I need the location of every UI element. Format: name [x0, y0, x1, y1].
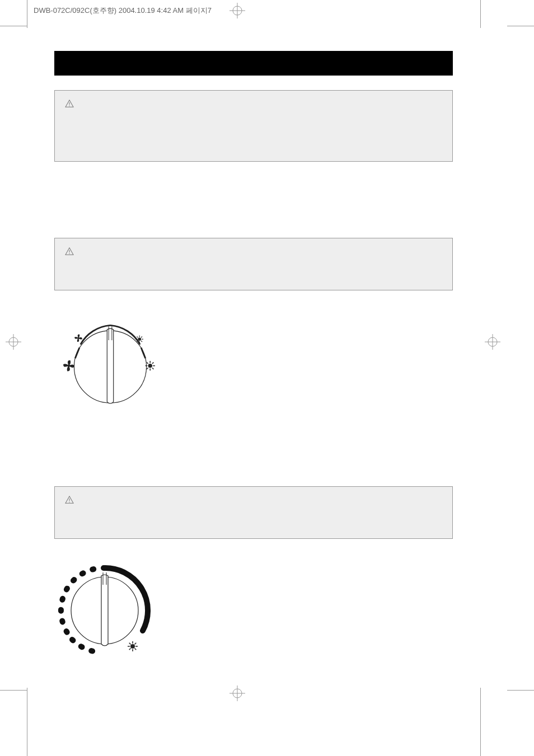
svg-line-27: [141, 341, 142, 342]
crop-mark: [507, 26, 534, 26]
caution-box: [54, 238, 453, 290]
crop-mark: [0, 26, 27, 26]
svg-point-44: [130, 644, 135, 649]
crop-mark: [480, 688, 481, 756]
svg-line-38: [152, 362, 153, 363]
fan-icon: [74, 334, 82, 342]
caution-box: [54, 90, 453, 162]
page-header-text: DWB-072C/092C(호주향) 2004.10.19 4:42 AM 페이…: [34, 6, 212, 16]
warning-triangle-icon: [65, 100, 74, 107]
crop-mark: [507, 690, 534, 691]
svg-line-26: [137, 336, 138, 337]
section-title-bar: [54, 51, 453, 76]
svg-point-15: [69, 253, 69, 254]
svg-line-49: [129, 643, 131, 645]
crop-mark: [27, 0, 27, 28]
svg-line-36: [152, 368, 153, 369]
registration-mark-icon: [229, 685, 245, 701]
svg-point-40: [69, 502, 69, 503]
registration-mark-icon: [6, 334, 21, 350]
page-content: [54, 51, 453, 664]
fan-icon: [63, 360, 74, 372]
thermostat-dial: [49, 552, 161, 664]
svg-line-37: [147, 368, 148, 369]
svg-line-51: [129, 649, 131, 650]
crop-mark: [480, 0, 481, 28]
svg-point-13: [69, 106, 69, 106]
warning-triangle-icon: [65, 496, 74, 504]
svg-point-30: [148, 364, 152, 368]
svg-line-50: [135, 649, 137, 650]
svg-line-35: [147, 362, 148, 363]
sun-icon: [146, 361, 155, 370]
registration-mark-icon: [485, 334, 500, 350]
sun-icon: [128, 641, 138, 651]
svg-point-21: [138, 337, 141, 341]
crop-mark: [27, 688, 27, 756]
crop-mark: [0, 690, 27, 691]
svg-line-29: [141, 336, 142, 337]
svg-line-52: [135, 643, 137, 645]
caution-box: [54, 486, 453, 539]
warning-triangle-icon: [65, 247, 74, 255]
sun-icon: [136, 335, 143, 342]
mode-selector-dial: [54, 308, 166, 415]
registration-mark-icon: [229, 3, 245, 18]
